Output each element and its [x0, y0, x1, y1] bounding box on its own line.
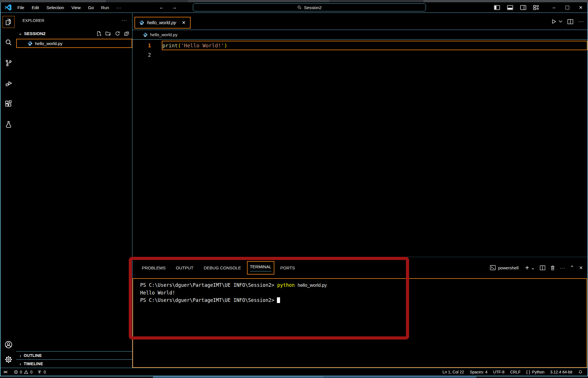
menu-file[interactable]: File	[14, 2, 28, 13]
new-file-icon[interactable]	[96, 31, 102, 36]
python-file-icon	[143, 32, 148, 37]
code-line-2: 2	[132, 50, 587, 60]
activitybar-search[interactable]	[3, 36, 15, 48]
breadcrumb[interactable]: hello_world.py	[132, 30, 587, 40]
tab-bar: hello_world.py ✕ ···	[132, 13, 587, 30]
brackets-icon: { }	[526, 370, 530, 374]
language-mode[interactable]: { } Python	[526, 370, 544, 374]
close-panel-icon[interactable]: ✕	[579, 265, 583, 271]
title-bar: File Edit Selection View Go Run ··· ← → …	[1, 2, 587, 13]
menu-more-icon[interactable]: ···	[113, 2, 125, 13]
file-item-hello-world[interactable]: hello_world.py	[16, 39, 132, 48]
code-token-function: print	[162, 42, 178, 48]
terminal-line-output: Hello World!	[140, 289, 587, 296]
notifications-bell-icon[interactable]	[578, 369, 583, 375]
navigate-back-icon[interactable]: ←	[159, 4, 164, 11]
new-folder-icon[interactable]	[105, 31, 111, 36]
encoding[interactable]: UTF-8	[493, 370, 505, 374]
split-terminal-icon[interactable]	[540, 265, 545, 270]
panel-tab-problems[interactable]: PROBLEMS	[138, 263, 170, 273]
file-item-label: hello_world.py	[35, 41, 62, 46]
breadcrumb-file: hello_world.py	[150, 32, 177, 37]
menu-go[interactable]: Go	[84, 2, 97, 13]
debug-icon	[5, 80, 13, 88]
explorer-title: EXPLORER	[23, 18, 44, 23]
chevron-right-icon: ›	[20, 361, 21, 366]
workbench: EXPLORER ··· ⌄ SESSION2	[1, 13, 587, 368]
bottom-panel: PROBLEMS OUTPUT DEBUG CONSOLE TERMINAL P…	[132, 257, 587, 368]
panel-tab-output[interactable]: OUTPUT	[172, 263, 198, 273]
plus-icon: +	[525, 264, 529, 271]
remote-indicator[interactable]: ><	[3, 369, 9, 374]
close-window-button[interactable]: ✕	[574, 2, 587, 13]
activitybar-source-control[interactable]	[3, 57, 15, 69]
minimize-button[interactable]: –	[547, 2, 561, 13]
timeline-label: TIMELINE	[24, 361, 43, 366]
activitybar-extensions[interactable]	[3, 98, 15, 110]
outline-label: OUTLINE	[24, 353, 42, 358]
outline-section[interactable]: › OUTLINE	[16, 351, 132, 359]
maximize-panel-icon[interactable]: ⌃	[570, 265, 574, 271]
maximize-button[interactable]	[561, 2, 574, 13]
vscode-logo-icon	[5, 4, 11, 11]
activitybar-testing[interactable]	[3, 119, 15, 131]
python-interpreter[interactable]: 3.12.4 64-bit	[550, 370, 572, 374]
panel-tab-ports[interactable]: PORTS	[276, 263, 299, 273]
git-branch-icon	[5, 59, 13, 67]
explorer-more-icon[interactable]: ···	[122, 18, 127, 23]
activitybar-run-debug[interactable]	[3, 78, 15, 90]
folder-section-session2[interactable]: ⌄ SESSION2	[16, 28, 132, 39]
panel-more-icon[interactable]: ···	[560, 265, 565, 270]
terminal-command: python	[277, 282, 295, 288]
split-editor-icon[interactable]	[567, 19, 573, 24]
refresh-icon[interactable]	[115, 31, 120, 36]
terminal-shell-selector[interactable]: powershell	[490, 265, 519, 270]
extensions-icon	[5, 100, 13, 108]
python-file-icon	[139, 20, 144, 25]
indentation[interactable]: Spaces: 4	[470, 370, 487, 374]
menu-run[interactable]: Run	[97, 2, 113, 13]
run-python-file-button[interactable]	[551, 19, 562, 25]
search-icon	[5, 38, 13, 46]
tab-hello-world[interactable]: hello_world.py ✕	[134, 17, 191, 29]
activity-bar	[1, 13, 16, 368]
command-center-search[interactable]: Session2	[193, 3, 426, 11]
kill-terminal-trash-icon[interactable]	[550, 265, 555, 271]
flask-icon	[5, 121, 13, 129]
line-number: 2	[132, 50, 151, 60]
toggle-panel-icon[interactable]	[507, 5, 513, 10]
editor-more-icon[interactable]: ···	[578, 19, 584, 25]
folder-section-label: SESSION2	[24, 31, 46, 36]
explorer-sidebar: EXPLORER ··· ⌄ SESSION2	[16, 13, 132, 368]
menu-edit[interactable]: Edit	[28, 2, 43, 13]
problems-status[interactable]: 0 0	[14, 370, 33, 374]
panel-tab-debug-console[interactable]: DEBUG CONSOLE	[199, 263, 245, 273]
settings-gear-icon[interactable]	[4, 355, 13, 364]
code-line-1: 1 print('Hello World!')	[132, 41, 587, 50]
toggle-primary-sidebar-icon[interactable]	[494, 5, 500, 10]
account-icon[interactable]	[4, 340, 13, 349]
powershell-icon	[490, 265, 496, 270]
timeline-section[interactable]: › TIMELINE	[16, 359, 132, 368]
new-terminal-button[interactable]: + ⌄	[525, 264, 535, 271]
eol-sequence[interactable]: CRLF	[510, 370, 521, 374]
activitybar-explorer[interactable]	[3, 16, 15, 28]
chevron-down-icon: ⌄	[531, 265, 535, 271]
terminal-argument: hello_world.py	[298, 283, 327, 288]
panel-tab-terminal[interactable]: TERMINAL	[247, 261, 274, 275]
cursor-position[interactable]: Ln 1, Col 22	[442, 370, 464, 374]
collapse-all-icon[interactable]	[124, 31, 129, 36]
ports-status[interactable]: 0	[37, 369, 46, 374]
terminal[interactable]: PS C:\Users\dguer\PartageIMT\UE INFO\Ses…	[132, 278, 587, 368]
toggle-secondary-sidebar-icon[interactable]	[520, 5, 526, 10]
menu-view[interactable]: View	[68, 2, 84, 13]
search-icon	[297, 5, 302, 10]
tab-close-icon[interactable]: ✕	[182, 20, 185, 25]
customize-layout-icon[interactable]	[533, 5, 539, 10]
code-editor[interactable]: 1 print('Hello World!') 2	[132, 40, 587, 257]
status-bar: >< 0 0 0 Ln 1, Col 22 Spaces: 4 UTF-8 CR…	[1, 368, 587, 376]
menu-selection[interactable]: Selection	[43, 2, 68, 13]
navigate-forward-icon[interactable]: →	[172, 4, 177, 11]
code-token-paren: (	[178, 42, 181, 48]
menu-bar: File Edit Selection View Go Run ···	[14, 2, 125, 13]
